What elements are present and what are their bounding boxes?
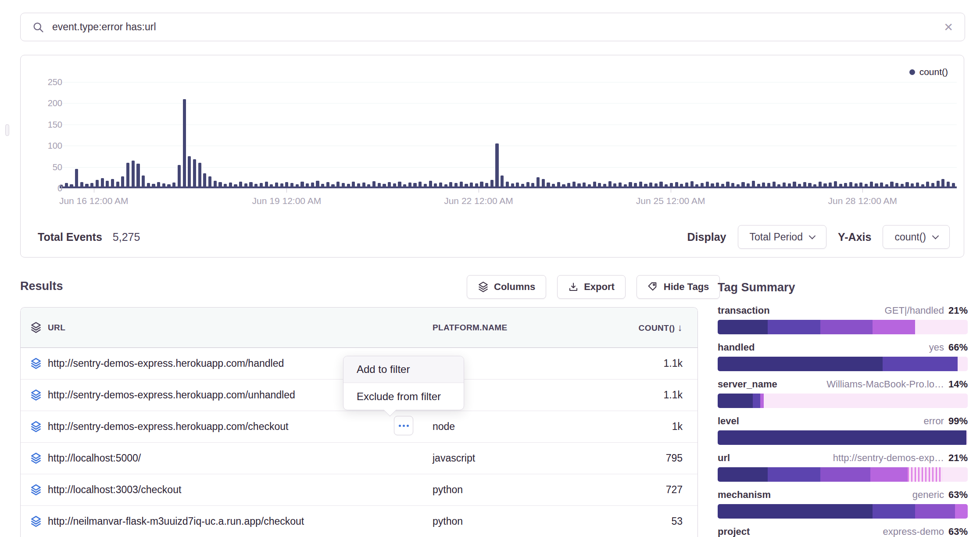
column-header-url[interactable]: URL: [48, 323, 433, 333]
tag-summary-title: Tag Summary: [718, 281, 968, 294]
stack-icon[interactable]: [30, 322, 42, 334]
chart-bar: [75, 169, 78, 188]
y-axis-select-value: count(): [894, 231, 926, 243]
tag-top-value: express-demo: [883, 526, 944, 537]
x-tick: [479, 188, 479, 193]
search-query[interactable]: event.type:error has:url: [52, 21, 936, 33]
stack-icon-blue: [30, 516, 42, 528]
table-row[interactable]: http://localhost:5000/ javascript 795: [21, 443, 697, 474]
cell-url[interactable]: http://localhost:5000/: [48, 452, 433, 464]
x-tick: [286, 188, 287, 193]
tag-bar-segment: [820, 320, 873, 334]
tag-bar-segment: [873, 504, 915, 519]
tag-bar-segment: [768, 467, 820, 482]
export-button[interactable]: Export: [557, 275, 626, 299]
chart-bar: [132, 161, 135, 188]
table-row[interactable]: http://localhost:3003/checkout python 72…: [21, 474, 697, 506]
columns-button[interactable]: Columns: [467, 275, 546, 299]
chart-legend[interactable]: count(): [909, 67, 948, 77]
chart-bar: [183, 99, 186, 188]
tag-name: server_name: [718, 379, 777, 390]
tag-name: url: [718, 452, 730, 464]
tag-bar-segment: [820, 467, 870, 482]
y-tick-label: 200: [48, 98, 62, 108]
tag-row[interactable]: transaction GET|/handled 21%: [718, 305, 968, 334]
table-row[interactable]: http://neilmanvar-flask-m3uuizd7iq-uc.a.…: [21, 506, 697, 537]
tag-top-value: http://sentry-demos-exp…: [833, 452, 944, 464]
tag-row[interactable]: mechanism generic 63%: [718, 489, 968, 519]
tag-top-value: Williams-MacBook-Pro.lo…: [826, 379, 944, 390]
cell-url[interactable]: http://sentry-demos-express.herokuapp.co…: [48, 421, 433, 433]
tag-row[interactable]: project express-demo 63%: [718, 526, 968, 537]
search-bar[interactable]: event.type:error has:url ✕: [20, 13, 965, 41]
tag-bar-segment: [718, 394, 753, 408]
columns-button-label: Columns: [494, 281, 535, 293]
chart-footer: Total Events 5,275 Display Total Period …: [21, 217, 964, 257]
tag-top-value: GET|/handled: [885, 305, 944, 316]
chart-bar: [188, 156, 191, 188]
chart-bar: [193, 159, 196, 188]
menu-item-exclude-from-filter[interactable]: Exclude from filter: [343, 383, 464, 410]
clear-search-icon[interactable]: ✕: [944, 21, 953, 33]
chart-bar: [136, 164, 139, 188]
cell-actions-button[interactable]: [394, 416, 413, 435]
sidebar-collapse-handle[interactable]: [5, 124, 9, 136]
cell-count: 795: [626, 452, 683, 464]
tag-distribution-bar[interactable]: [718, 504, 968, 519]
chevron-down-icon: [932, 232, 939, 239]
cell-url[interactable]: http://neilmanvar-flask-m3uuizd7iq-uc.a.…: [48, 516, 433, 527]
tag-row[interactable]: server_name Williams-MacBook-Pro.lo… 14%: [718, 379, 968, 408]
tag-distribution-bar[interactable]: [718, 357, 968, 371]
x-tick-label: Jun 28 12:00 AM: [828, 196, 897, 206]
display-select-value: Total Period: [750, 231, 803, 243]
tag-top-percent: 63%: [948, 489, 968, 501]
cell-platform[interactable]: python: [433, 484, 626, 496]
legend-series-label: count(): [919, 67, 948, 77]
y-axis-select[interactable]: count(): [883, 225, 950, 249]
y-tick-label: 150: [48, 119, 62, 129]
tag-top-percent: 99%: [948, 415, 968, 427]
column-header-count[interactable]: COUNT()↓: [626, 322, 683, 333]
total-events-label: Total Events: [38, 231, 102, 243]
chart-bar: [126, 163, 129, 188]
tag-top-percent: 66%: [948, 342, 968, 353]
table-row[interactable]: http://sentry-demos-express.herokuapp.co…: [21, 411, 697, 443]
tag-bar-segment: [768, 320, 820, 334]
tag-distribution-bar[interactable]: [718, 394, 968, 408]
cell-url[interactable]: http://localhost:3003/checkout: [48, 484, 433, 496]
cell-platform[interactable]: python: [433, 516, 626, 527]
hide-tags-button[interactable]: Hide Tags: [637, 275, 720, 299]
tag-row[interactable]: level error 99%: [718, 415, 968, 445]
tag-bar-segment: [718, 357, 883, 371]
tag-distribution-bar[interactable]: [718, 320, 968, 334]
cell-count: 727: [626, 484, 683, 496]
events-chart-panel: count() Total Events 5,275 Display Total…: [20, 55, 964, 258]
download-icon: [568, 282, 579, 293]
tag-top-percent: 21%: [948, 305, 968, 316]
tag-row[interactable]: url http://sentry-demos-exp… 21%: [718, 452, 968, 482]
menu-item-add-to-filter[interactable]: Add to filter: [343, 356, 464, 383]
tag-row[interactable]: handled yes 66%: [718, 342, 968, 371]
hide-tags-button-label: Hide Tags: [664, 281, 709, 293]
cell-platform[interactable]: node: [433, 421, 626, 433]
tag-bar-segment: [718, 430, 966, 445]
y-tick-label: 250: [48, 77, 62, 87]
display-select[interactable]: Total Period: [738, 225, 826, 249]
tag-distribution-bar[interactable]: [718, 467, 968, 482]
tag-bar-segment: [873, 320, 915, 334]
y-tick-label: 0: [57, 183, 62, 193]
stack-icon-blue: [30, 358, 42, 370]
tag-distribution-bar[interactable]: [718, 430, 968, 445]
results-heading: Results: [20, 279, 63, 293]
x-tick: [94, 188, 94, 193]
search-icon: [32, 21, 44, 33]
y-axis-label: Y-Axis: [838, 231, 871, 243]
tag-top-percent: 63%: [948, 526, 968, 537]
tag-bar-segment: [908, 467, 943, 482]
columns-stack-icon: [478, 281, 489, 293]
column-header-platform[interactable]: PLATFORM.NAME: [433, 323, 626, 333]
tag-bar-segment: [718, 504, 873, 519]
ellipsis-icon: [399, 425, 401, 427]
cell-platform[interactable]: javascript: [433, 452, 626, 464]
tag-bar-segment: [753, 394, 760, 408]
